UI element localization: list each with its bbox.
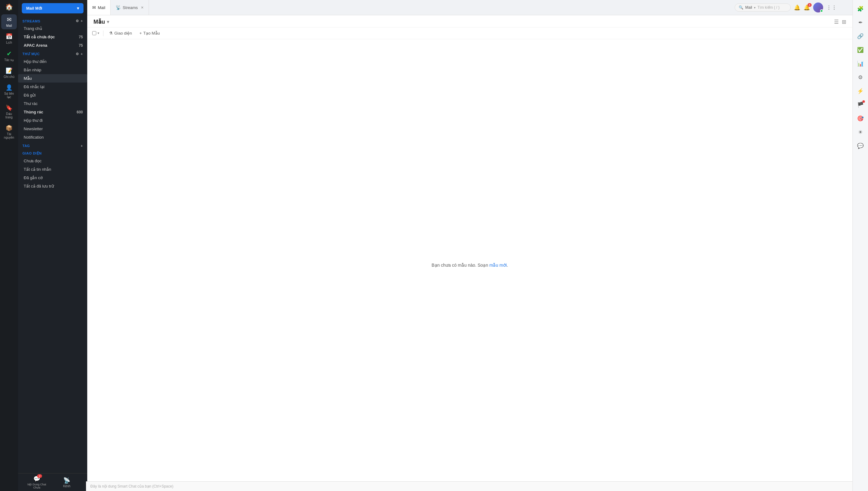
- rail-item-resources[interactable]: 📦 Tài nguyên: [1, 123, 17, 141]
- search-bar[interactable]: 🔍 Mail ▾ Tìm kiếm ( / ): [735, 3, 791, 11]
- checkbox-dropdown[interactable]: ▾: [97, 31, 99, 35]
- sidebar-item-newsletter[interactable]: Newsletter: [18, 125, 87, 133]
- new-mail-label: Mail Mới: [26, 6, 42, 10]
- chat-badge: 2: [37, 474, 42, 478]
- right-panel-chart[interactable]: 📊: [855, 58, 866, 69]
- empty-state: Bạn chưa có mẫu nào. Soạn mẫu mới.: [87, 39, 852, 491]
- sidebar-item-drafts[interactable]: Bản nháp: [18, 66, 87, 74]
- sidebar-item-trash[interactable]: Thùng rác 600: [18, 108, 87, 116]
- smart-chat-bar[interactable]: Đây là nội dung Smart Chat của bạn (Ctrl…: [86, 481, 852, 491]
- folders-section-header: THƯ MỤC ⚙ +: [18, 50, 87, 57]
- folders-settings-icon[interactable]: ⚙: [76, 52, 79, 56]
- bottom-bar: 💬 2 Nội Dung Chat Chưa 📡 Kênh 👥 Liên hệ: [18, 473, 87, 491]
- user-avatar[interactable]: [813, 2, 823, 12]
- notification-label: Notification: [24, 135, 44, 140]
- sidebar-item-inbox[interactable]: Hộp thư đến: [18, 57, 87, 66]
- sidebar: Mail Mới ▾ STREAMS ⚙ + Trang chủ Tất cả …: [18, 0, 87, 491]
- tab-streams[interactable]: 📡 Streams ✕: [111, 0, 149, 15]
- flagged-label: Đã gắn cờ: [24, 175, 43, 180]
- rail-label-contacts: Số liên lạc: [2, 92, 16, 99]
- page-title-text: Mẫu: [93, 19, 105, 25]
- search-scope: Mail: [745, 5, 752, 10]
- folders-add-icon[interactable]: +: [81, 52, 83, 56]
- notifications-icon[interactable]: 🔔 8: [804, 4, 810, 11]
- sidebar-item-spam[interactable]: Thư rác: [18, 99, 87, 108]
- all-messages-label: Tất cả tin nhắn: [24, 167, 51, 172]
- folders-section-label: THƯ MỤC: [23, 52, 39, 56]
- tag-section-header: TAG +: [18, 141, 87, 149]
- tab-bar: ✉ Mail 📡 Streams ✕ 🔍 Mail ▾ Tìm kiếm ( /…: [87, 0, 852, 15]
- new-mail-button[interactable]: Mail Mới ▾: [22, 3, 84, 13]
- sidebar-item-flagged[interactable]: Đã gắn cờ: [18, 174, 87, 182]
- create-template-button[interactable]: + Tạo Mẫu: [137, 30, 162, 36]
- trash-label: Thùng rác: [24, 110, 43, 114]
- rail-item-calendar[interactable]: 📅 Lịch: [1, 31, 17, 46]
- grid-view-icon[interactable]: ⊞: [842, 19, 846, 25]
- right-panel-chat[interactable]: 💬: [855, 140, 866, 151]
- filter-button[interactable]: ⚗ Giao diện: [107, 30, 134, 36]
- right-panel-puzzle[interactable]: 🧩: [855, 3, 866, 14]
- list-view-icon[interactable]: ☰: [834, 19, 839, 25]
- sidebar-item-all-messages[interactable]: Tất cả tin nhắn: [18, 165, 87, 174]
- chat-label: Nội Dung Chat Chưa: [26, 483, 48, 489]
- contacts-icon: 👤: [6, 84, 12, 91]
- sidebar-item-archived[interactable]: Tất cả đã lưu trữ: [18, 182, 87, 190]
- sidebar-item-home[interactable]: Trang chủ: [18, 24, 87, 33]
- right-panel-lightning[interactable]: ⚡: [855, 85, 866, 96]
- sidebar-item-snoozed[interactable]: Đã nhắc lại: [18, 83, 87, 91]
- rail-item-notes[interactable]: 📝 Ghi chú: [1, 65, 17, 80]
- sidebar-item-apac[interactable]: APAC Arena 75: [18, 41, 87, 50]
- right-panel: 🧩 ✒ 🔗 ✅ 📊 ⚙ ⚡ 🏴 🎯 ☀ 💬: [852, 0, 868, 491]
- rail-label-bookmarks: Dấu trang: [2, 112, 16, 119]
- tag-add-icon[interactable]: +: [81, 144, 83, 148]
- bell-icon[interactable]: 🔔: [794, 4, 801, 11]
- right-panel-settings[interactable]: ⚙: [855, 71, 866, 83]
- rail-item-tasks[interactable]: ✔ Tác vụ: [1, 48, 17, 63]
- right-panel-link[interactable]: 🔗: [855, 31, 866, 42]
- select-all-checkbox[interactable]: ▾: [92, 31, 99, 35]
- notif-badge: 8: [808, 3, 812, 7]
- tab-mail[interactable]: ✉ Mail: [87, 0, 111, 15]
- rail-label-tasks: Tác vụ: [4, 58, 14, 62]
- bookmarks-icon: 🔖: [6, 104, 12, 111]
- dropdown-arrow-icon: ▾: [77, 6, 79, 10]
- page-header-actions: ☰ ⊞: [834, 19, 846, 25]
- topbar-right: 🔍 Mail ▾ Tìm kiếm ( / ) 🔔 🔔 8 ⋮⋮: [735, 0, 837, 15]
- sidebar-item-templates[interactable]: Mẫu: [18, 74, 87, 83]
- sidebar-item-unread-all[interactable]: Tất cả chưa đọc 75: [18, 33, 87, 41]
- folders-actions[interactable]: ⚙ +: [76, 52, 83, 56]
- tasks-icon: ✔: [6, 50, 12, 57]
- create-icon: +: [139, 31, 142, 35]
- tab-mail-icon: ✉: [92, 5, 96, 10]
- streams-actions[interactable]: ⚙ +: [76, 19, 83, 23]
- rail-item-bookmarks[interactable]: 🔖 Dấu trang: [1, 103, 17, 121]
- right-panel-flag[interactable]: 🏴: [855, 99, 866, 110]
- apps-grid-icon[interactable]: ⋮⋮: [826, 4, 837, 11]
- tab-streams-label: Streams: [123, 5, 138, 10]
- new-template-link[interactable]: mẫu mới: [489, 263, 507, 268]
- rail-label-mail: Mail: [6, 24, 12, 27]
- toolbar-separator: [103, 31, 104, 36]
- sidebar-item-sent[interactable]: Đã gửi: [18, 91, 87, 99]
- rail-item-contacts[interactable]: 👤 Số liên lạc: [1, 82, 17, 100]
- unread-label: Chưa đọc: [24, 158, 41, 163]
- bottom-chat-item[interactable]: 💬 2 Nội Dung Chat Chưa: [26, 475, 48, 489]
- streams-settings-icon[interactable]: ⚙: [76, 19, 79, 23]
- search-dropdown-icon[interactable]: ▾: [754, 6, 755, 9]
- sidebar-item-notification[interactable]: Notification: [18, 133, 87, 141]
- right-panel-target[interactable]: 🎯: [855, 113, 866, 124]
- checkbox-input[interactable]: [92, 31, 96, 35]
- right-panel-check[interactable]: ✅: [855, 44, 866, 55]
- sidebar-item-unread[interactable]: Chưa đọc: [18, 157, 87, 165]
- tag-actions[interactable]: +: [81, 144, 83, 148]
- streams-add-icon[interactable]: +: [81, 19, 83, 23]
- page-title-dropdown[interactable]: ▾: [107, 19, 109, 24]
- tab-streams-close[interactable]: ✕: [141, 6, 144, 10]
- trash-badge: 600: [77, 110, 83, 114]
- right-panel-sun[interactable]: ☀: [855, 126, 866, 138]
- sidebar-item-outbox[interactable]: Hộp thư đi: [18, 116, 87, 125]
- bottom-channel-item[interactable]: 📡 Kênh: [63, 477, 70, 488]
- right-panel-pen[interactable]: ✒: [855, 17, 866, 28]
- rail-item-mail[interactable]: ✉ Mail: [1, 14, 17, 29]
- channel-label: Kênh: [63, 485, 70, 488]
